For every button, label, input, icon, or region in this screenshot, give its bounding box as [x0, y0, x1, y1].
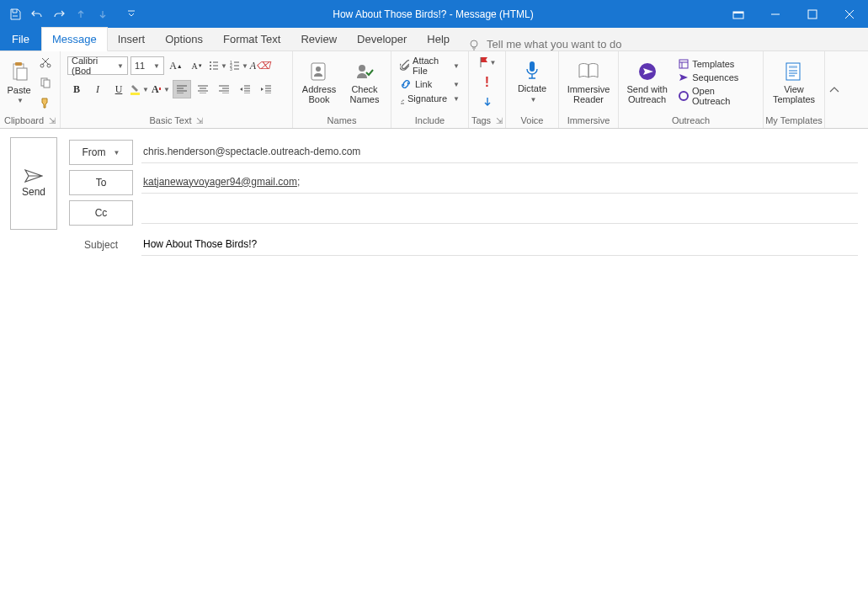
- view-templates-button[interactable]: View Templates: [769, 61, 819, 104]
- align-center-icon[interactable]: [194, 80, 212, 98]
- numbering-icon[interactable]: 123▼: [230, 56, 248, 75]
- tab-file[interactable]: File: [0, 28, 41, 50]
- tab-developer[interactable]: Developer: [347, 28, 417, 50]
- check-names-icon: [354, 61, 375, 82]
- book-icon: [578, 61, 599, 82]
- align-right-icon[interactable]: [215, 80, 233, 98]
- tab-insert[interactable]: Insert: [108, 28, 156, 50]
- group-clipboard: Paste ▼ Clipboard⇲: [0, 51, 61, 128]
- from-button[interactable]: From▼: [69, 140, 133, 165]
- redo-icon[interactable]: [51, 6, 67, 23]
- group-tags: ▼ ! Tags⇲: [469, 51, 506, 128]
- save-icon[interactable]: [7, 6, 24, 23]
- to-button[interactable]: To: [69, 170, 133, 195]
- svg-point-3: [471, 40, 477, 47]
- to-field[interactable]: katjanewayvoyager94@gmail.com;: [141, 173, 858, 194]
- svg-point-13: [210, 68, 211, 70]
- increase-indent-icon[interactable]: [257, 80, 275, 98]
- dictate-button[interactable]: Dictate▼: [511, 60, 553, 105]
- tell-me-search[interactable]: [468, 38, 655, 50]
- align-left-icon[interactable]: [173, 80, 191, 98]
- titlebar: How About Those Birds!? - Message (HTML): [0, 0, 868, 28]
- bullets-icon[interactable]: ▼: [209, 56, 227, 75]
- minimize-icon[interactable]: [757, 0, 794, 28]
- message-body[interactable]: [0, 263, 868, 606]
- tell-me-input[interactable]: [487, 38, 655, 50]
- svg-point-12: [210, 65, 211, 66]
- cut-icon[interactable]: [36, 53, 55, 72]
- svg-point-19: [316, 66, 321, 72]
- attach-file-button[interactable]: Attach File▼: [397, 55, 463, 77]
- templates-button[interactable]: Templates: [675, 58, 758, 70]
- basic-text-dialog-launcher[interactable]: ⇲: [196, 116, 203, 125]
- svg-rect-6: [17, 68, 27, 80]
- subject-input[interactable]: [143, 238, 856, 250]
- qat-customize-icon[interactable]: [123, 6, 140, 23]
- clipboard-dialog-launcher[interactable]: ⇲: [49, 116, 56, 125]
- maximize-icon[interactable]: [794, 0, 831, 28]
- group-outreach: Send with Outreach Templates Sequences O…: [619, 51, 764, 128]
- highlight-icon[interactable]: ▼: [130, 80, 149, 98]
- link-icon: [400, 78, 412, 90]
- tags-dialog-launcher[interactable]: ⇲: [496, 116, 503, 125]
- font-size-selector[interactable]: 11▼: [130, 56, 164, 75]
- svg-text:3: 3: [230, 66, 232, 71]
- check-names-button[interactable]: Check Names: [343, 61, 386, 104]
- send-with-outreach-button[interactable]: Send with Outreach: [624, 61, 670, 104]
- lightbulb-icon: [468, 39, 480, 50]
- tab-review[interactable]: Review: [290, 28, 347, 50]
- undo-icon[interactable]: [29, 6, 45, 23]
- bold-icon[interactable]: B: [67, 80, 86, 98]
- open-outreach-button[interactable]: Open Outreach: [675, 85, 758, 107]
- font-selector[interactable]: Calibri (Bod▼: [67, 56, 128, 75]
- tab-message[interactable]: Message: [41, 27, 108, 51]
- sequences-button[interactable]: Sequences: [675, 72, 758, 83]
- low-importance-icon[interactable]: [478, 93, 497, 112]
- paste-icon: [8, 61, 30, 83]
- signature-icon: [400, 93, 404, 104]
- sequences-icon: [679, 72, 689, 82]
- microphone-icon: [521, 60, 543, 82]
- compose-header: Send From▼ chris.henderson@spectacle.out…: [0, 129, 868, 263]
- grow-font-icon[interactable]: A▲: [167, 56, 185, 75]
- cc-button[interactable]: Cc: [69, 200, 133, 226]
- ribbon: Paste ▼ Clipboard⇲ Calibri (Bod▼ 11▼: [0, 51, 868, 129]
- svg-rect-2: [808, 10, 817, 19]
- collapse-ribbon-icon[interactable]: [824, 51, 843, 128]
- copy-icon[interactable]: [36, 73, 55, 92]
- to-recipient[interactable]: katjanewayvoyager94@gmail.com: [143, 176, 297, 188]
- signature-button[interactable]: Signature▼: [397, 92, 463, 105]
- send-button[interactable]: Send: [10, 137, 57, 230]
- tab-options[interactable]: Options: [155, 28, 213, 50]
- svg-rect-17: [130, 93, 140, 95]
- svg-point-24: [679, 92, 688, 100]
- prev-icon[interactable]: [72, 6, 89, 23]
- next-icon[interactable]: [94, 6, 111, 23]
- clipboard-small: [36, 53, 55, 112]
- svg-point-20: [359, 65, 365, 72]
- close-icon[interactable]: [831, 0, 868, 28]
- shrink-font-icon[interactable]: A▼: [188, 56, 206, 75]
- underline-icon[interactable]: U: [109, 80, 128, 98]
- svg-rect-21: [530, 61, 535, 72]
- high-importance-icon[interactable]: !: [478, 73, 497, 92]
- italic-icon[interactable]: I: [88, 80, 107, 98]
- link-button[interactable]: Link ▼: [397, 77, 463, 91]
- address-book-button[interactable]: Address Book: [298, 61, 340, 104]
- decrease-indent-icon[interactable]: [236, 80, 254, 98]
- subject-field[interactable]: [141, 235, 858, 256]
- quick-access-toolbar: [0, 0, 146, 28]
- ribbon-mode-icon[interactable]: [720, 0, 757, 28]
- tab-format-text[interactable]: Format Text: [213, 28, 290, 50]
- font-color-icon[interactable]: A▼: [152, 80, 170, 98]
- follow-up-flag-icon[interactable]: ▼: [478, 53, 497, 72]
- tab-help[interactable]: Help: [417, 28, 460, 50]
- cc-field[interactable]: [141, 203, 858, 224]
- view-templates-icon: [783, 61, 805, 82]
- paste-button[interactable]: Paste ▼: [5, 61, 33, 104]
- clear-formatting-icon[interactable]: A⌫: [251, 56, 269, 75]
- format-painter-icon[interactable]: [36, 93, 55, 112]
- immersive-reader-button[interactable]: Immersive Reader: [564, 61, 613, 104]
- from-value[interactable]: chris.henderson@spectacle.outreach-demo.…: [141, 142, 858, 163]
- address-book-icon: [308, 61, 330, 82]
